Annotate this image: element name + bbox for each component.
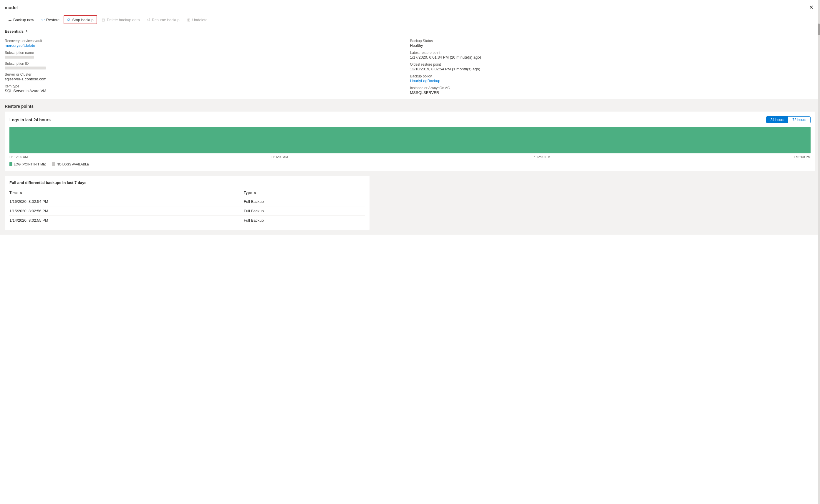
main-window: model ✕ ☁ Backup now ↩ Restore ⊘ Stop ba… bbox=[0, 0, 820, 504]
close-button[interactable]: ✕ bbox=[807, 4, 815, 11]
recovery-vault-field: Recovery services vault mercurysoftdelet… bbox=[5, 39, 410, 48]
backup-type-cell: Full Backup bbox=[244, 206, 365, 216]
essentials-grid: Recovery services vault mercurysoftdelet… bbox=[5, 39, 815, 95]
backup-policy-field: Backup policy HourlyLogBackup bbox=[410, 74, 816, 83]
item-type-field: Item type SQL Server in Azure VM bbox=[5, 84, 410, 93]
table-row: 1/15/2020, 8:02:56 PMFull Backup bbox=[9, 206, 365, 216]
chart-title: Logs in last 24 hours bbox=[9, 117, 51, 122]
window-title: model bbox=[5, 5, 18, 10]
title-bar: model ✕ bbox=[0, 0, 820, 14]
undelete-button[interactable]: 🗑 Undelete bbox=[184, 16, 211, 24]
backup-now-button[interactable]: ☁ Backup now bbox=[5, 16, 37, 24]
delete-backup-data-button[interactable]: 🗑 Delete backup data bbox=[98, 16, 143, 24]
logs-chart-card: Logs in last 24 hours 24 hours 72 hours … bbox=[5, 112, 815, 171]
24-hours-button[interactable]: 24 hours bbox=[766, 117, 788, 123]
instance-field: Instance or AlwaysOn AG MSSQLSERVER bbox=[410, 86, 816, 95]
chevron-up-icon: ∧ bbox=[25, 29, 28, 33]
backup-status-field: Backup Status Healthy bbox=[410, 39, 816, 48]
backup-now-icon: ☁ bbox=[8, 17, 12, 22]
log-chart-bar bbox=[9, 127, 811, 153]
72-hours-button[interactable]: 72 hours bbox=[788, 117, 810, 123]
subscription-id-field: Subscription ID bbox=[5, 62, 410, 69]
x-axis-label-2: Fri 12:00 PM bbox=[532, 155, 550, 159]
legend-color-gray bbox=[52, 162, 55, 166]
backups-card: Full and differential backups in last 7 … bbox=[5, 176, 370, 230]
backup-type-cell: Full Backup bbox=[244, 216, 365, 225]
restore-button[interactable]: ↩ Restore bbox=[38, 16, 63, 24]
chart-x-axis: Fri 12:00 AM Fri 6:00 AM Fri 12:00 PM Fr… bbox=[9, 155, 811, 159]
oldest-restore-field: Oldest restore point 12/10/2019, 8:02:54… bbox=[410, 62, 816, 71]
x-axis-label-0: Fri 12:00 AM bbox=[9, 155, 28, 159]
time-sort-icon: ⇅ bbox=[20, 191, 22, 195]
backup-type-cell: Full Backup bbox=[244, 197, 365, 206]
subscription-name-field: Subscription name bbox=[5, 51, 410, 59]
chart-legend: LOG (POINT IN TIME) NO LOGS AVAILABLE bbox=[9, 162, 811, 166]
delete-backup-icon: 🗑 bbox=[101, 17, 105, 22]
toolbar: ☁ Backup now ↩ Restore ⊘ Stop backup 🗑 D… bbox=[0, 14, 820, 26]
backup-time-cell: 1/16/2020, 8:02:54 PM bbox=[9, 197, 244, 206]
essentials-left: Recovery services vault mercurysoftdelet… bbox=[5, 39, 410, 95]
backup-policy-link[interactable]: HourlyLogBackup bbox=[410, 79, 816, 83]
legend-label-no-logs: NO LOGS AVAILABLE bbox=[57, 163, 89, 166]
legend-label-log: LOG (POINT IN TIME) bbox=[14, 163, 46, 166]
time-column-header[interactable]: Time ⇅ bbox=[9, 189, 244, 197]
legend-color-green bbox=[9, 162, 12, 166]
essentials-right: Backup Status Healthy Latest restore poi… bbox=[410, 39, 816, 95]
x-axis-label-1: Fri 6:00 AM bbox=[271, 155, 288, 159]
table-row: 1/16/2020, 8:02:54 PMFull Backup bbox=[9, 197, 365, 206]
legend-item-log: LOG (POINT IN TIME) bbox=[9, 162, 46, 166]
essentials-header: Essentials ∧ bbox=[5, 29, 28, 35]
subscription-id-value bbox=[5, 67, 46, 69]
time-toggle: 24 hours 72 hours bbox=[766, 116, 811, 123]
stop-backup-button[interactable]: ⊘ Stop backup bbox=[64, 15, 97, 24]
stop-backup-icon: ⊘ bbox=[67, 17, 71, 22]
restore-points-title: Restore points bbox=[5, 104, 815, 109]
restore-icon: ↩ bbox=[41, 17, 45, 22]
resume-backup-button[interactable]: ↺ Resume backup bbox=[144, 16, 183, 24]
type-column-header[interactable]: Type ⇅ bbox=[244, 189, 365, 197]
subscription-name-value bbox=[5, 56, 34, 59]
backups-table: Time ⇅ Type ⇅ 1/16/2020, 8:02:54 PMFull … bbox=[9, 189, 365, 225]
table-row: 1/14/2020, 8:02:55 PMFull Backup bbox=[9, 216, 365, 225]
type-sort-icon: ⇅ bbox=[254, 191, 256, 195]
legend-item-no-logs: NO LOGS AVAILABLE bbox=[52, 162, 89, 166]
scrollbar[interactable] bbox=[818, 0, 820, 504]
scrollbar-thumb bbox=[818, 24, 820, 35]
backup-time-cell: 1/14/2020, 8:02:55 PM bbox=[9, 216, 244, 225]
undelete-icon: 🗑 bbox=[187, 17, 191, 22]
chart-header: Logs in last 24 hours 24 hours 72 hours bbox=[9, 116, 811, 123]
essentials-section: Essentials ∧ Recovery services vault mer… bbox=[0, 26, 820, 99]
server-cluster-field: Server or Cluster sqlserver-1.contoso.co… bbox=[5, 72, 410, 81]
recovery-vault-link[interactable]: mercurysoftdelete bbox=[5, 43, 410, 48]
main-content: Restore points Logs in last 24 hours 24 … bbox=[0, 99, 820, 235]
backups-table-title: Full and differential backups in last 7 … bbox=[9, 180, 365, 185]
x-axis-label-3: Fri 6:00 PM bbox=[794, 155, 811, 159]
latest-restore-field: Latest restore point 1/17/2020, 6:01:34 … bbox=[410, 51, 816, 59]
backup-time-cell: 1/15/2020, 8:02:56 PM bbox=[9, 206, 244, 216]
resume-backup-icon: ↺ bbox=[147, 17, 150, 22]
